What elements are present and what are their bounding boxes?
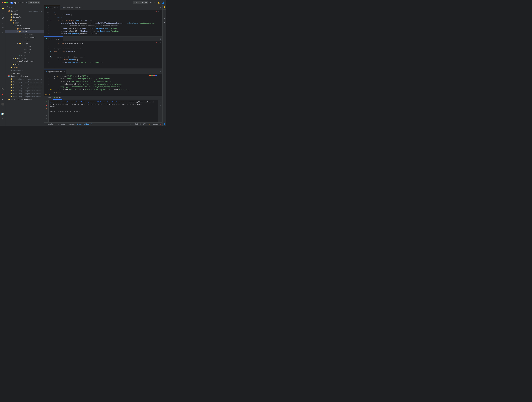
current-file-dropdown[interactable]: Current File ▼ [133, 1, 148, 4]
tree-item-org-example[interactable]: ▼ 📦 org.example [5, 27, 44, 30]
tree-item-spring-beans[interactable]: ▶ 📁 Maven: org.springframework:spring-be… [5, 83, 44, 86]
tree-item-resources[interactable]: ▼ 📁 resources [5, 57, 44, 60]
notifications-icon[interactable]: 🔔 [157, 1, 160, 4]
tab-appxml[interactable]: 🗎 application.xml ✕ [44, 69, 66, 74]
tree-item-spring-jcl[interactable]: ▶ 📁 Maven: org.springframework:spring-jc… [5, 95, 44, 98]
avatar-icon[interactable]: 👤 [162, 1, 165, 4]
tree-item-java[interactable]: ▼ ☕ java [5, 25, 44, 27]
code-editor-main-java[interactable]: new * public class Main { new * public s… [53, 10, 162, 36]
indent[interactable]: 4 spaces [151, 123, 158, 125]
stop-icon[interactable]: ■ [45, 104, 48, 107]
wrap-icon[interactable]: ↩ [45, 110, 48, 113]
project-panel-header[interactable]: Project ▼ [5, 5, 44, 9]
run-again-icon[interactable]: ↺ [45, 100, 48, 103]
tree-item-bservice[interactable]: ▶ I BService [5, 48, 44, 51]
git-icon[interactable]: ⎇ [0, 16, 5, 20]
tree-item-main[interactable]: ▼ 📂 main [5, 21, 44, 25]
tree-item-target[interactable]: ▶ 📁 target [5, 66, 44, 69]
tab-close-btn[interactable]: ✕ [60, 38, 61, 40]
run-tab-close[interactable]: ✕ [60, 97, 61, 98]
tree-item-entity[interactable]: ▼ 📂 entity [5, 30, 44, 33]
maximize-right-icon[interactable]: □ [163, 14, 166, 17]
tree-item-spring-aop[interactable]: ▶ 📁 Maven: org.springframework:spring-ao… [5, 80, 44, 83]
run-tab-run[interactable]: ▶ Run [45, 96, 52, 100]
tree-item-spring-context[interactable]: ▶ 📁 Maven: org.springframework:spring-co… [5, 86, 44, 89]
todo-icon[interactable]: 📝 [0, 112, 5, 116]
notifications-right-icon[interactable]: 🔔 [163, 6, 166, 9]
tree-item-src[interactable]: ▼ 📂 src [5, 19, 44, 21]
tree-item-idea[interactable]: ▶ 📁 .idea [5, 12, 44, 16]
power-icon[interactable]: ⚡ [130, 123, 131, 125]
maven-right-icon[interactable]: m [163, 21, 166, 24]
tab-menu-button[interactable]: ⋮ [159, 69, 162, 74]
more-run-icon[interactable]: ⋯ [45, 117, 48, 120]
project-name[interactable]: SpringTest [14, 2, 25, 4]
tree-item-spring-expr[interactable]: ▶ 📁 Maven: org.springframework:spring-ex… [5, 92, 44, 95]
tree-item-student[interactable]: ▶ C Student [5, 39, 44, 42]
tree-item-sportstudent[interactable]: ▶ C SportStudent [5, 36, 44, 39]
project-tree[interactable]: ▼ 📦 SpringTest ~/Desktop/CS/JavaEE/2.Jav… [5, 9, 44, 126]
bookmark-icon[interactable]: 🔖 [0, 92, 5, 97]
close-button[interactable] [2, 2, 3, 3]
run2-icon[interactable]: ▶ [0, 97, 5, 101]
encoding[interactable]: UTF-8 [143, 123, 147, 125]
tab-menu-button[interactable]: ⋮ [159, 37, 162, 41]
down-icon[interactable]: ▼ [159, 104, 162, 107]
up-icon[interactable]: ▲ [159, 100, 162, 103]
structure-icon[interactable]: ☰ [0, 25, 5, 30]
more-icon[interactable]: ⋯ [0, 30, 5, 35]
branch-selector[interactable]: ⎇ master ▼ [28, 1, 40, 4]
terminal-icon[interactable]: ⬛ [0, 102, 5, 106]
run-config-icon[interactable]: ▶ [0, 21, 5, 25]
build-icon[interactable]: 🔨 [45, 107, 48, 110]
folder-icon: 📁 [10, 13, 12, 15]
settings-right-icon[interactable]: ⚙ [163, 17, 166, 20]
class-icon: C [21, 51, 23, 54]
tree-item-springtest-mod[interactable]: ▶ 📁 SpringTest [5, 16, 44, 19]
settings-icon[interactable]: ⚙ [153, 1, 155, 4]
vcs-icon[interactable]: ✓ [133, 123, 134, 125]
code-editor-appxml[interactable]: <?xml version="1.0" encoding="UTF-8"?> <… [53, 74, 162, 93]
lightbulb-icon[interactable]: 💡 [50, 89, 52, 91]
tree-item-corretto[interactable]: ▶ 📁 < corretto-17 > /Users/eve/Library/J… [5, 78, 44, 80]
tree-item-gitignore[interactable]: ▶ ⊙ .gitignore [5, 69, 44, 72]
tab-close-btn[interactable]: ✕ [57, 7, 58, 8]
tree-item-spring-core[interactable]: ▶ 📁 Maven: org.springframework:spring-co… [5, 89, 44, 92]
maximize-button[interactable] [6, 2, 8, 3]
tree-item-springtest-root[interactable]: ▼ 📦 SpringTest ~/Desktop/CS/JavaEE/2.Jav… [5, 10, 44, 12]
tree-item-service[interactable]: ▼ 📂 service [5, 42, 44, 45]
project-icon[interactable]: 📁 [0, 6, 5, 11]
tab-pom-xml[interactable]: m pom.xml (SpringTest) ✕ [60, 5, 86, 10]
run-tab-main[interactable]: ▶ Main ✕ [53, 96, 62, 100]
search-icon[interactable]: ⊕ [150, 1, 152, 4]
tree-item-appxml[interactable]: ▶ 🗎 application.xml [5, 60, 44, 63]
tree-item-pomxml[interactable]: ▶ m pom.xml [5, 72, 44, 74]
minimize-button[interactable] [4, 2, 6, 3]
tree-item-test[interactable]: ▶ 📁 test [5, 63, 44, 66]
cursor-position[interactable]: 7:9 [135, 123, 138, 125]
tree-item-main-class[interactable]: ▶ C Main [5, 54, 44, 57]
tab-close-btn[interactable]: ✕ [64, 71, 64, 72]
tree-item-service-class[interactable]: ▶ C Service [5, 51, 44, 54]
scroll-end-icon[interactable]: ⬇ [45, 114, 48, 117]
tab-close-btn[interactable]: ✕ [84, 7, 85, 8]
minimize-right-icon[interactable]: — [163, 10, 166, 13]
commit-icon[interactable]: ⊙ [0, 11, 5, 15]
code-editor-student-java[interactable]: package org.example.entity; 8 usages 2 i… [53, 41, 162, 68]
plugin-icon[interactable]: 🔌 [0, 87, 5, 91]
settings2-icon[interactable]: ⚙ [0, 117, 5, 121]
tab-student-java[interactable]: J Student.java ✕ [44, 37, 63, 41]
services-icon[interactable]: ☁ [0, 121, 5, 126]
tree-item-aservice[interactable]: ▶ I AService [5, 45, 44, 48]
run-line-btn[interactable]: ▶ [50, 14, 52, 16]
tree-item-artstudent[interactable]: ▶ C ArtStudent [5, 33, 44, 36]
tab-menu-button[interactable]: ⋮ [159, 5, 162, 10]
line-ending[interactable]: LF [139, 123, 141, 125]
tree-item-ext-libs[interactable]: ▼ 📚 External Libraries [5, 74, 44, 78]
problem-icon[interactable]: ⚠ [0, 107, 5, 111]
tree-item-scratches[interactable]: ▶ 📁 Scratches and Consoles [5, 98, 44, 101]
tab-main-java[interactable]: J Main.java ✕ [44, 5, 60, 10]
folder-icon: 📂 [19, 43, 21, 45]
run-line-btn[interactable]: ▶ [50, 19, 52, 21]
person-right-icon[interactable]: 👤 [163, 123, 166, 126]
